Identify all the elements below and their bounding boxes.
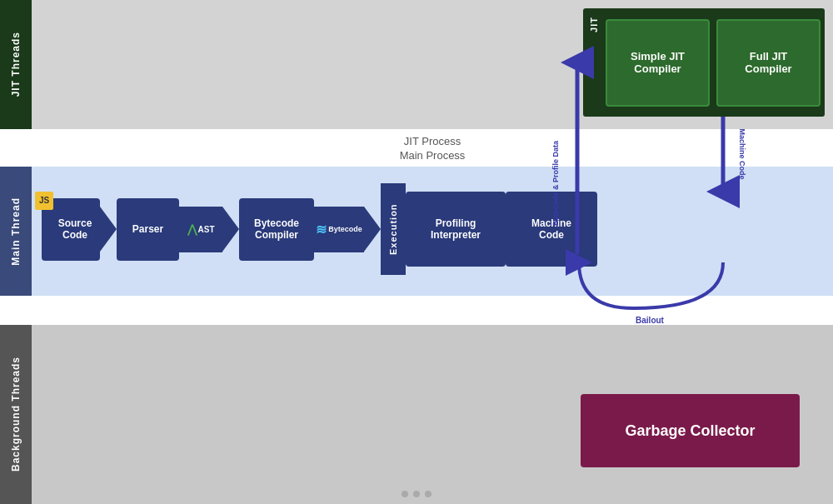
- execution-box: Execution: [381, 183, 406, 275]
- arrow-ast: ⋀ AST: [179, 207, 239, 252]
- garbage-collector-label: Garbage Collector: [625, 422, 755, 440]
- parser-box: Parser: [117, 198, 179, 261]
- ast-icon: ⋀: [187, 222, 197, 236]
- main-thread-label: Main Thread: [0, 167, 32, 296]
- arrow-head-ast: [222, 207, 239, 252]
- full-jit-compiler: Full JITCompiler: [716, 19, 821, 107]
- pipeline: JS SourceCode Parser ⋀ AST BytecodeCompi…: [42, 179, 821, 279]
- bottom-dot-2: [413, 491, 420, 497]
- bottom-dot-1: [402, 491, 408, 497]
- arrow-head-bytecode: [364, 207, 381, 252]
- profiling-interpreter-box: ProfilingInterpreter: [406, 192, 506, 267]
- svg-text:Bailout: Bailout: [636, 316, 665, 325]
- js-icon: JS: [35, 192, 53, 210]
- bottom-dot-3: [425, 491, 431, 497]
- bg-threads-label: Background Threads: [0, 325, 32, 504]
- bytecode-body: ≋ Bytecode: [314, 207, 364, 252]
- process-labels: JIT Process Main Process: [32, 129, 833, 167]
- arrow-head-1: [100, 207, 117, 252]
- diagram-container: JIT Threads JIT Simple JITCompiler Full …: [0, 0, 833, 504]
- ast-body: ⋀ AST: [179, 207, 222, 252]
- ast-label: AST: [198, 225, 215, 234]
- bytecode-label: Bytecode: [328, 225, 362, 233]
- machine-code-box: MachineCode: [506, 192, 597, 267]
- jit-threads-label-text: JIT Threads: [10, 32, 22, 97]
- jit-box: JIT Simple JITCompiler Full JITCompiler: [583, 8, 825, 117]
- bottom-dots: [402, 491, 431, 497]
- bytecode-compiler-box: BytecodeCompiler: [239, 198, 314, 261]
- bg-threads-label-text: Background Threads: [10, 357, 22, 472]
- jit-label: JIT: [587, 12, 601, 37]
- main-process-label: Main Process: [400, 149, 466, 162]
- arrow-bytecode: ≋ Bytecode: [314, 207, 381, 252]
- arrow-1: [100, 207, 117, 252]
- jit-process-label: JIT Process: [404, 135, 461, 147]
- source-code-item: JS SourceCode: [42, 198, 100, 261]
- jit-threads-label: JIT Threads: [0, 0, 32, 129]
- jit-compilers: Simple JITCompiler Full JITCompiler: [606, 12, 821, 112]
- main-thread-label-text: Main Thread: [10, 197, 22, 266]
- simple-jit-compiler: Simple JITCompiler: [606, 19, 710, 107]
- bytecode-icon: ≋: [316, 222, 327, 237]
- garbage-collector-box: Garbage Collector: [581, 394, 800, 467]
